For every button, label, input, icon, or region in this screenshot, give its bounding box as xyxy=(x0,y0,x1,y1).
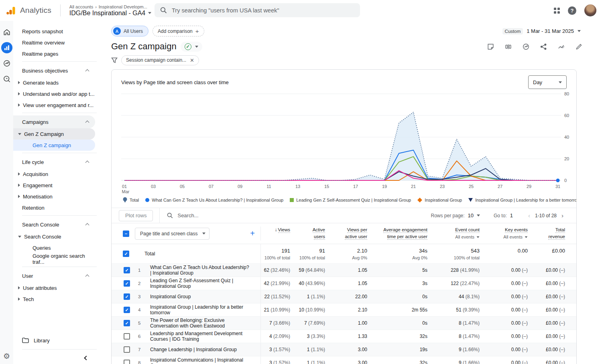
row-checkbox[interactable] xyxy=(124,333,130,340)
apps-grid-icon[interactable] xyxy=(554,8,560,14)
events-dropdown[interactable]: All events xyxy=(503,234,528,241)
legend-item-what-can-gen-z-teach-us-about-[interactable]: What Can Gen Z Teach Us About Leadership… xyxy=(145,198,283,202)
table-row[interactable]: 6Leadership and Management Development C… xyxy=(112,330,576,343)
report-status-pill[interactable]: ✓ xyxy=(181,42,202,52)
table-row[interactable]: ✓3Inspirational Group22 (11.52%)1 (1.1%)… xyxy=(112,290,576,303)
sidebar-item-retention[interactable]: Retention xyxy=(13,202,95,213)
next-page-icon[interactable]: › xyxy=(560,212,565,219)
sidebar-item-acquisition[interactable]: Acquisition xyxy=(13,168,95,180)
column-header-average-engagement[interactable]: Average engagementtime per active user xyxy=(367,226,427,241)
legend-item-leading-gen-z-self-assessment-[interactable]: Leading Gen Z Self-Assessment Quiz | Ins… xyxy=(290,198,411,202)
table-row[interactable]: ✓1What Can Gen Z Teach Us About Leadersh… xyxy=(112,263,576,277)
user-avatar[interactable] xyxy=(584,4,596,16)
sidebar-item-realtime-pages[interactable]: Realtime pages xyxy=(13,48,95,59)
comparison-panel-icon[interactable] xyxy=(504,43,512,51)
events-dropdown[interactable]: All events xyxy=(455,234,480,241)
legend-item-inspirational-group[interactable]: Inspirational Group xyxy=(417,198,462,202)
goto-value[interactable]: 1 xyxy=(510,212,513,218)
property-selector[interactable]: IDG/Be Inspirational - GA4 xyxy=(69,10,151,17)
column-header-active[interactable]: Activeusers xyxy=(290,226,325,241)
legend-item-inspirational-group-leadership[interactable]: Inspirational Group | Leadership for a b… xyxy=(468,198,576,202)
sidebar-section-user[interactable]: User xyxy=(13,269,95,282)
add-comparison-chip[interactable]: Add comparison + xyxy=(153,26,204,36)
prev-page-icon[interactable]: ‹ xyxy=(527,212,532,219)
select-all-checkbox[interactable]: − xyxy=(123,231,129,237)
dimension-selector[interactable]: Page title and screen class xyxy=(135,228,209,240)
advertising-icon[interactable] xyxy=(1,58,12,69)
granularity-select[interactable]: Day xyxy=(528,75,567,89)
table-row[interactable]: ✓5The Power of Belonging: Exclusive Conv… xyxy=(112,316,576,330)
sidebar-section-campaigns[interactable]: Campaigns xyxy=(13,115,95,128)
column-header-event-count[interactable]: Event countAll events xyxy=(427,226,480,241)
sidebar-item-tech[interactable]: Tech xyxy=(13,293,95,305)
table-search-input[interactable] xyxy=(177,212,266,218)
share-icon[interactable] xyxy=(540,43,547,51)
sidebar-item-library[interactable]: Library xyxy=(13,334,103,347)
plot-rows-button[interactable]: Plot rows xyxy=(119,210,153,221)
column-header-views[interactable]: ↓Views xyxy=(261,226,290,241)
row-checkbox[interactable]: ✓ xyxy=(124,267,130,273)
legend-item-total[interactable]: Total xyxy=(123,197,139,203)
sidebar-item-understand-web-and-or-app-t[interactable]: Understand web and/or app t... xyxy=(13,88,95,99)
table-row[interactable]: 7Change Leadership | Inspirational Group… xyxy=(112,343,576,356)
column-header-key-events[interactable]: Key eventsAll events xyxy=(480,226,528,241)
all-users-segment-chip[interactable]: A All Users xyxy=(111,26,148,36)
sidebar-item-gen-z-campaign[interactable]: Gen Z Campaign xyxy=(13,128,95,140)
help-icon[interactable]: ? xyxy=(568,6,576,15)
row-checkbox[interactable]: ✓ xyxy=(124,280,130,287)
table-row[interactable]: ✓4Inspirational Group | Leadership for a… xyxy=(112,303,576,316)
total-row-checkbox[interactable]: ✓ xyxy=(123,251,129,257)
sidebar-item-label: Engagement xyxy=(23,182,53,188)
row-checkbox[interactable]: ✓ xyxy=(124,320,130,326)
column-header-views-per[interactable]: Views peractive user xyxy=(325,226,367,241)
sidebar-item-user-attributes[interactable]: User attributes xyxy=(13,282,95,293)
sidebar-item-realtime-overview[interactable]: Realtime overview xyxy=(13,37,95,48)
breadcrumb[interactable]: All accounts › Inspirational Developm... xyxy=(69,4,151,9)
date-range-selector[interactable]: Custom 1 Mar - 31 Mar 2025 xyxy=(502,28,581,34)
explore-icon[interactable] xyxy=(1,73,12,85)
sidebar-section-business-objectives[interactable]: Business objectives xyxy=(13,64,95,77)
expanded-arrow-icon xyxy=(18,133,21,135)
sidebar-section-search-console[interactable]: Search Console xyxy=(13,218,95,231)
legend-marker-icon xyxy=(123,197,127,203)
sidebar-item-search-console[interactable]: Search Console xyxy=(13,231,95,242)
insights-icon[interactable] xyxy=(522,43,530,51)
admin-gear-icon[interactable]: ⚙ xyxy=(0,352,13,361)
sidebar-item-monetisation[interactable]: Monetisation xyxy=(13,191,95,202)
row-checkbox[interactable]: ✓ xyxy=(124,307,130,313)
table-search[interactable] xyxy=(159,208,431,223)
column-header-total[interactable]: Totalrevenue xyxy=(528,226,565,241)
collapse-sidebar-icon[interactable] xyxy=(84,356,88,360)
sidebar-item-gen-z-campaign[interactable]: Gen Z campaign xyxy=(13,140,95,151)
add-column-icon[interactable]: + xyxy=(250,229,255,238)
row-checkbox[interactable]: ✓ xyxy=(124,293,130,300)
views-over-time-chart[interactable]: 02040608001Mar03050709111315171921232527… xyxy=(112,89,576,195)
search-input[interactable] xyxy=(172,7,354,14)
sidebar-item-engagement[interactable]: Engagement xyxy=(13,180,95,191)
sidebar-item-reports-snapshot[interactable]: Reports snapshot xyxy=(13,26,95,37)
sidebar-item-view-user-engagement-and-r[interactable]: View user engagement and r... xyxy=(13,99,95,111)
sidebar-item-queries[interactable]: Queries xyxy=(13,242,95,253)
session-campaign-filter-chip[interactable]: Session campaign contain... ✕ xyxy=(121,55,199,65)
metric-cell: 2m 55s xyxy=(367,307,427,313)
sidebar-section-life-cycle[interactable]: Life cycle xyxy=(13,156,95,168)
sidebar-item-generate-leads[interactable]: Generate leads xyxy=(13,77,95,88)
breadcrumb-all-accounts[interactable]: All accounts xyxy=(69,4,93,9)
sparkline-insights-icon[interactable] xyxy=(557,43,565,51)
global-search[interactable] xyxy=(155,3,360,17)
chevron-down-icon[interactable] xyxy=(477,214,480,216)
rows-per-page-value[interactable]: 10 xyxy=(468,212,474,218)
collapsed-arrow-icon xyxy=(18,103,20,107)
breadcrumb-account[interactable]: Inspirational Developm... xyxy=(99,4,147,9)
row-checkbox[interactable] xyxy=(124,360,130,364)
reports-icon[interactable] xyxy=(1,42,12,53)
remove-filter-icon[interactable]: ✕ xyxy=(190,57,194,63)
breadcrumb-separator-icon: › xyxy=(95,4,97,9)
sidebar-item-google-organic-search-traf[interactable]: Google organic search traf... xyxy=(13,253,95,265)
edit-pencil-icon[interactable] xyxy=(575,43,583,51)
notes-icon[interactable] xyxy=(487,43,494,51)
table-row[interactable]: 8Inspirational Communications | Inspirat… xyxy=(112,356,576,364)
home-icon[interactable] xyxy=(1,26,12,38)
table-row[interactable]: ✓2Leading Gen Z Self-Assessment Quiz | I… xyxy=(112,277,576,290)
row-checkbox[interactable] xyxy=(124,346,130,353)
